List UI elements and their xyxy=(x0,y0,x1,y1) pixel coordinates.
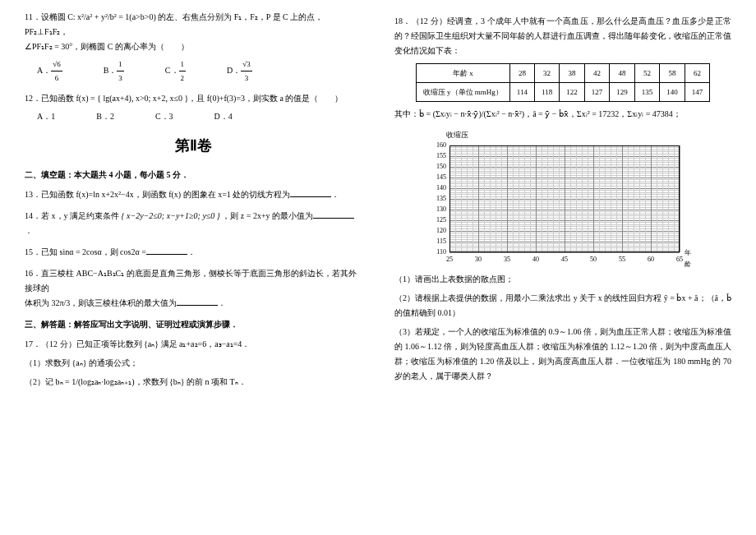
question-14: 14．若 x，y 满足约束条件 { x−2y−2≤0; x−y+1≥0; y≤0… xyxy=(25,209,362,238)
y-tick-label: 135 xyxy=(436,192,446,204)
question-16: 16．直三棱柱 ABC−A₁B₁C₁ 的底面是直角三角形，侧棱长等于底面三角形的… xyxy=(25,266,362,311)
q11-opt-a: A．√66 xyxy=(37,58,62,85)
q17-sub2: （2）记 bₙ = 1/(log₂aₙ·log₂aₙ₊₁)，求数列 {bₙ} 的… xyxy=(25,375,362,390)
q14-cond: { x−2y−2≤0; x−y+1≥0; y≤0 } xyxy=(122,211,220,220)
q14-text2: ，则 z = 2x+y 的最小值为 xyxy=(222,211,313,220)
x-tick-label: 30 xyxy=(475,254,482,265)
x-tick-label: 25 xyxy=(446,254,453,265)
q11-opt-d: D．√33 xyxy=(227,58,252,85)
row2-label: 收缩压 y（单位 mmHg） xyxy=(416,83,509,102)
q11-options: A．√66 B．13 C．12 D．√33 xyxy=(37,58,362,85)
x-axis-name: 年龄 xyxy=(685,247,694,271)
q18-sub2: （2）请根据上表提供的数据，用最小二乘法求出 y 关于 x 的线性回归方程 ŷ … xyxy=(394,291,731,321)
q18-intro: 18．（12 分）经调查，3 个成年人中就有一个高血压，那么什么是高血压？血压多… xyxy=(394,14,731,58)
q12-opt-a: A．1 xyxy=(37,109,55,124)
question-17: 17．（12 分）已知正项等比数列 {aₙ} 满足 a₁+a₂=6，a₃−a₁=… xyxy=(25,337,362,390)
y-tick-label: 150 xyxy=(436,160,446,172)
x-tick-label: 45 xyxy=(561,254,568,265)
q12-text: 12．已知函数 f(x) = { lg(ax+4), x>0; x+2, x≤0… xyxy=(25,91,362,106)
q12-opt-c: C．3 xyxy=(155,109,173,124)
q14-text1: 14．若 x，y 满足约束条件 xyxy=(25,211,119,220)
y-tick-label: 155 xyxy=(436,150,446,161)
chart-title: 收缩压 xyxy=(446,128,694,141)
left-column: 11．设椭圆 C: x²/a² + y²/b² = 1(a>b>0) 的左、右焦… xyxy=(0,0,378,535)
q17-main: 17．（12 分）已知正项等比数列 {aₙ} 满足 a₁+a₂=6，a₃−a₁=… xyxy=(25,337,362,352)
chart-container: 收缩压 年龄 110115120125130135140145150155160… xyxy=(431,128,694,265)
q12-opt-b: B．2 xyxy=(96,109,114,124)
q12-opt-d: D．4 xyxy=(214,109,233,124)
x-tick-label: 65 xyxy=(676,254,683,265)
y-tick-label: 130 xyxy=(436,203,446,214)
question-13: 13．已知函数 f(x)=ln x+2x²−4x，则函数 f(x) 的图象在 x… xyxy=(25,187,362,202)
q16-blank xyxy=(177,296,218,306)
section-2-title: 第Ⅱ卷 xyxy=(25,132,362,159)
right-column: 18．（12 分）经调查，3 个成年人中就有一个高血压，那么什么是高血压？血压多… xyxy=(378,0,756,535)
scatter-chart: 年龄 1101151201251301351401451501551602530… xyxy=(431,142,694,265)
q15-text: 15．已知 sinα = 2cosα，则 cos2α = xyxy=(25,247,146,256)
q11-text1: 11．设椭圆 C: x²/a² + y²/b² = 1(a>b>0) 的左、右焦… xyxy=(25,10,362,39)
q16-line1: 16．直三棱柱 ABC−A₁B₁C₁ 的底面是直角三角形，侧棱长等于底面三角形的… xyxy=(25,266,362,296)
x-tick-label: 55 xyxy=(619,254,625,265)
q17-sub1: （1）求数列 {aₙ} 的通项公式； xyxy=(25,356,362,371)
q11-text2: ∠PF₁F₂ = 30°，则椭圆 C 的离心率为（ ） xyxy=(25,39,362,54)
q14-blank xyxy=(313,209,354,219)
x-tick-label: 50 xyxy=(590,254,597,265)
row1-label: 年龄 x xyxy=(416,64,509,83)
q11-opt-b: B．13 xyxy=(104,58,124,85)
y-tick-label: 140 xyxy=(436,182,446,193)
y-tick-label: 125 xyxy=(436,214,446,225)
q18-sub1: （1）请画出上表数据的散点图； xyxy=(394,272,731,287)
q13-text: 13．已知函数 f(x)=ln x+2x²−4x，则函数 f(x) 的图象在 x… xyxy=(25,190,290,199)
fill-title: 二、填空题：本大题共 4 小题，每小题 5 分． xyxy=(25,168,362,182)
table-row-pressure: 收缩压 y（单位 mmHg） 114 118 122 127 129 135 1… xyxy=(416,83,709,102)
y-tick-label: 160 xyxy=(436,139,446,150)
y-tick-label: 110 xyxy=(436,246,446,257)
data-table: 年龄 x 28 32 38 42 48 52 58 62 收缩压 y（单位 mm… xyxy=(416,63,710,102)
question-12: 12．已知函数 f(x) = { lg(ax+4), x>0; x+2, x≤0… xyxy=(25,91,362,124)
q11-opt-c: C．12 xyxy=(165,58,186,85)
x-tick-label: 60 xyxy=(648,254,654,265)
q12-options: A．1 B．2 C．3 D．4 xyxy=(37,109,362,124)
y-tick-label: 115 xyxy=(436,235,446,247)
q13-blank xyxy=(290,187,331,197)
table-row-age: 年龄 x 28 32 38 42 48 52 58 62 xyxy=(416,64,709,83)
x-tick-label: 40 xyxy=(532,254,539,265)
chart-border xyxy=(449,145,680,252)
q16-line2: 体积为 32π/3，则该三棱柱体积的最大值为． xyxy=(25,296,362,311)
q18-sub3: （3）若规定，一个人的收缩压为标准值的 0.9～1.06 倍，则为血压正常人群；… xyxy=(394,325,731,384)
y-tick-label: 120 xyxy=(436,224,446,236)
answer-title: 三、解答题：解答应写出文字说明、证明过程或演算步骤． xyxy=(25,317,362,332)
q15-blank xyxy=(146,245,187,255)
question-11: 11．设椭圆 C: x²/a² + y²/b² = 1(a>b>0) 的左、右焦… xyxy=(25,10,362,85)
q18-formula: 其中：b̂ = (Σxᵢyᵢ − n·x̄·ȳ)/(Σxᵢ² − n·x̄²)，… xyxy=(394,107,731,122)
question-15: 15．已知 sinα = 2cosα，则 cos2α =． xyxy=(25,245,362,260)
y-tick-label: 145 xyxy=(436,171,446,182)
x-tick-label: 35 xyxy=(504,254,510,265)
